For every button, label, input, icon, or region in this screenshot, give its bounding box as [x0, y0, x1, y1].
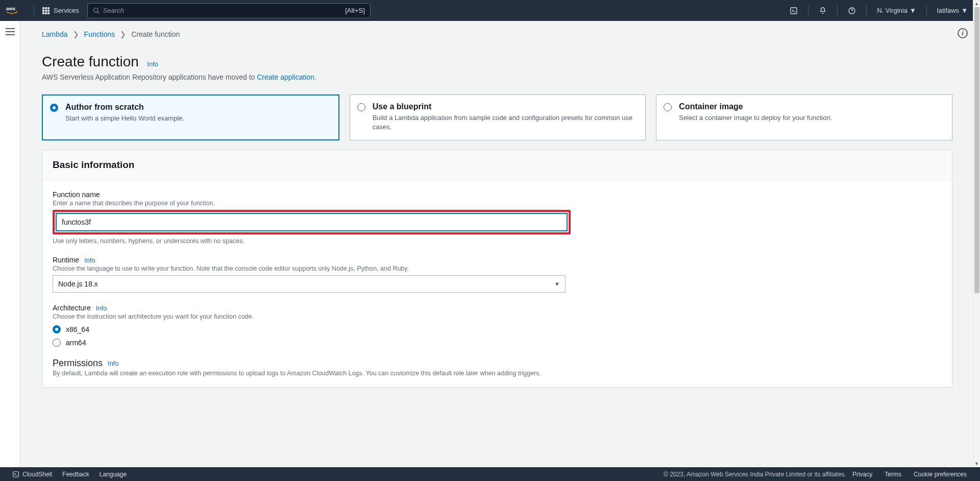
divider [926, 5, 927, 16]
feedback-button[interactable]: Feedback [57, 471, 94, 478]
runtime-label: Runtime [53, 256, 79, 264]
account-label: latifaws [937, 7, 959, 14]
top-nav: aws Services [Alt+S] N. Virginia▼ latifa… [0, 0, 980, 21]
create-application-link[interactable]: Create application [257, 73, 314, 81]
panel-title: Basic information [42, 150, 952, 180]
region-selector[interactable]: N. Virginia▼ [870, 0, 923, 21]
terminal-icon [12, 471, 19, 478]
architecture-x86-option[interactable]: x86_64 [53, 325, 942, 333]
caret-down-icon: ▼ [961, 7, 968, 14]
option-title: Author from scratch [65, 103, 330, 112]
feedback-label: Feedback [62, 471, 89, 478]
page-info-link[interactable]: Info [147, 60, 158, 68]
help-button[interactable] [841, 0, 863, 21]
architecture-x86-label: x86_64 [66, 325, 89, 333]
help-icon [848, 7, 856, 15]
chevron-right-icon: ❯ [73, 30, 79, 38]
terminal-icon [790, 7, 798, 15]
option-author-from-scratch[interactable]: Author from scratch Start with a simple … [42, 94, 339, 140]
option-desc: Start with a simple Hello World example. [65, 114, 330, 123]
runtime-value: Node.js 18.x [58, 280, 98, 288]
divider [808, 5, 808, 16]
option-desc: Build a Lambda application from sample c… [373, 113, 638, 132]
radio-icon [50, 104, 58, 112]
runtime-select[interactable]: Node.js 18.x ▼ [53, 275, 566, 293]
option-use-blueprint[interactable]: Use a blueprint Build a Lambda applicati… [350, 94, 646, 140]
option-title: Use a blueprint [373, 102, 638, 111]
services-menu[interactable]: Services [37, 0, 84, 21]
architecture-group: Architecture Info Choose the instruction… [53, 304, 942, 347]
runtime-help: Choose the language to use to write your… [53, 265, 942, 272]
runtime-group: Runtime Info Choose the language to use … [53, 256, 942, 293]
breadcrumb: Lambda ❯ Functions ❯ Create function [42, 30, 952, 38]
permissions-help: By default, Lambda will create an execut… [53, 370, 942, 377]
privacy-link[interactable]: Privacy [846, 471, 878, 478]
bell-icon [819, 7, 827, 15]
language-button[interactable]: Language [94, 471, 132, 478]
highlight-annotation [53, 210, 571, 234]
subtitle-text: AWS Serverless Application Repository ap… [42, 73, 257, 81]
function-name-group: Function name Enter a name that describe… [53, 190, 942, 245]
main-content: Lambda ❯ Functions ❯ Create function Cre… [20, 21, 973, 467]
aws-logo[interactable]: aws [0, 5, 31, 16]
divider [837, 5, 838, 16]
account-menu[interactable]: latifaws▼ [930, 0, 975, 21]
search-input[interactable] [100, 7, 365, 14]
option-container-image[interactable]: Container image Select a container image… [656, 94, 952, 140]
terms-link[interactable]: Terms [878, 471, 908, 478]
caret-down-icon: ▼ [554, 281, 560, 287]
runtime-info-link[interactable]: Info [84, 256, 95, 264]
divider [34, 5, 34, 16]
search-icon [93, 7, 100, 14]
radio-icon [53, 325, 61, 333]
chevron-right-icon: ❯ [120, 30, 126, 38]
page-subtitle: AWS Serverless Application Repository ap… [42, 73, 952, 81]
caret-down-icon: ▼ [910, 7, 916, 14]
scroll-up[interactable]: ▲ [973, 0, 980, 7]
radio-icon [53, 339, 61, 347]
copyright-text: © 2023, Amazon Web Services India Privat… [664, 471, 846, 478]
region-label: N. Virginia [877, 7, 908, 14]
option-desc: Select a container image to deploy for y… [679, 113, 944, 123]
permissions-label: Permissions [53, 358, 103, 369]
function-name-constraint: Use only letters, numbers, hyphens, or u… [53, 237, 942, 245]
permissions-info-link[interactable]: Info [108, 359, 119, 367]
left-rail [0, 21, 20, 467]
radio-icon [664, 103, 672, 111]
global-search[interactable]: [Alt+S] [87, 3, 371, 18]
radio-icon [357, 103, 365, 111]
svg-point-1 [94, 8, 98, 12]
svg-line-2 [97, 11, 100, 13]
architecture-help: Choose the instruction set architecture … [53, 313, 942, 320]
language-label: Language [100, 471, 127, 478]
sidebar-toggle[interactable] [6, 28, 15, 35]
architecture-arm64-label: arm64 [66, 339, 86, 347]
function-name-label: Function name [53, 190, 942, 199]
scroll-down[interactable]: ▼ [973, 460, 980, 467]
cloudshell-icon-button[interactable] [782, 0, 805, 21]
function-name-input[interactable] [56, 213, 568, 231]
architecture-arm64-option[interactable]: arm64 [53, 339, 942, 347]
cloudshell-label: CloudShell [22, 471, 52, 478]
basic-information-panel: Basic information Function name Enter a … [42, 150, 952, 388]
search-hint: [Alt+S] [345, 7, 365, 14]
option-title: Container image [679, 102, 944, 111]
cloudshell-button[interactable]: CloudShell [7, 471, 57, 478]
services-label: Services [54, 7, 79, 14]
function-name-help: Enter a name that describes the purpose … [53, 200, 942, 207]
cookie-preferences-link[interactable]: Cookie preferences [908, 471, 973, 478]
grid-icon [42, 7, 50, 14]
permissions-group: Permissions Info By default, Lambda will… [53, 358, 942, 377]
page-title: Create function [42, 54, 139, 70]
notifications-button[interactable] [812, 0, 834, 21]
architecture-label: Architecture [53, 304, 91, 312]
breadcrumb-lambda[interactable]: Lambda [42, 30, 68, 38]
subtitle-suffix: . [314, 73, 316, 81]
svg-text:aws: aws [6, 5, 15, 11]
scrollbar[interactable]: ▲ ▼ [973, 0, 980, 467]
architecture-info-link[interactable]: Info [96, 304, 107, 312]
breadcrumb-functions[interactable]: Functions [84, 30, 115, 38]
scroll-thumb[interactable] [974, 7, 979, 293]
footer: CloudShell Feedback Language © 2023, Ama… [0, 467, 980, 481]
breadcrumb-current: Create function [131, 30, 180, 38]
